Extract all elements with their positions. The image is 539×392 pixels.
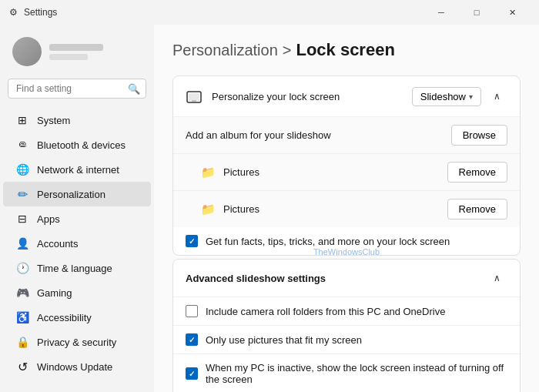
content-area: Personalization > Lock screen Personaliz…: [154, 25, 539, 392]
lock-screen-card: Personalize your lock screen Slideshow ▾…: [172, 75, 521, 256]
sidebar-label-apps: Apps: [37, 213, 60, 225]
apps-icon: ⊟: [15, 212, 29, 226]
fit-screen-label: Only use pictures that fit my screen: [206, 334, 362, 346]
sidebar-label-privacy: Privacy & security: [37, 337, 116, 348]
add-album-row: Add an album for your slideshow Browse: [173, 117, 520, 153]
slideshow-value: Slideshow: [420, 91, 466, 102]
svg-rect-1: [189, 93, 199, 101]
folder-icon-2: 📁: [201, 203, 216, 216]
gaming-icon: 🎮: [15, 286, 29, 300]
show-lock-checkbox[interactable]: [186, 367, 198, 380]
search-container: 🔍: [8, 79, 146, 99]
sidebar-item-time[interactable]: 🕐 Time & language: [3, 256, 151, 280]
add-album-label: Add an album for your slideshow: [186, 129, 451, 141]
privacy-icon: 🔒: [15, 335, 29, 349]
fun-facts-checkbox[interactable]: [186, 235, 198, 247]
titlebar: ⚙ Settings ─ □ ✕: [0, 0, 539, 25]
advanced-card: Advanced slideshow settings ∧ Include ca…: [172, 259, 521, 392]
sidebar-label-system: System: [37, 115, 70, 126]
system-icon: ⊞: [15, 113, 29, 127]
advanced-label: Advanced slideshow settings: [186, 273, 326, 284]
camera-roll-row: Include camera roll folders from this PC…: [173, 297, 520, 325]
personalize-label: Personalize your lock screen: [212, 91, 340, 102]
personalize-row: Personalize your lock screen Slideshow ▾…: [173, 76, 520, 116]
breadcrumb-current: Lock screen: [296, 40, 394, 60]
camera-roll-label: Include camera roll folders from this PC…: [206, 306, 445, 317]
sidebar-label-accessibility: Accessibility: [37, 312, 92, 323]
sidebar-item-update[interactable]: ↺ Windows Update: [3, 354, 151, 379]
slideshow-dropdown[interactable]: Slideshow ▾: [412, 87, 481, 106]
folder-icon-1: 📁: [201, 166, 216, 179]
pictures-row-2: 📁 Pictures Remove: [173, 190, 520, 227]
settings-icon: ⚙: [9, 7, 18, 18]
user-name: [49, 44, 103, 60]
sidebar-item-system[interactable]: ⊞ System: [3, 108, 151, 132]
time-icon: 🕐: [15, 261, 29, 275]
lock-screen-icon: [186, 88, 203, 105]
fun-facts-label: Get fun facts, tips, tricks, and more on…: [206, 236, 450, 247]
slideshow-subsection: Add an album for your slideshow Browse 📁…: [173, 116, 520, 227]
sidebar-label-bluetooth: Bluetooth & devices: [37, 139, 126, 151]
dropdown-chevron: ▾: [469, 92, 473, 101]
fit-screen-row: Only use pictures that fit my screen: [173, 325, 520, 353]
sidebar-item-apps[interactable]: ⊟ Apps: [3, 206, 151, 231]
pictures-label-2: Pictures: [223, 203, 447, 215]
user-profile: [0, 31, 154, 79]
search-input[interactable]: [8, 79, 146, 99]
sidebar-item-gaming[interactable]: 🎮 Gaming: [3, 280, 151, 305]
sidebar-item-personalization[interactable]: ✏ Personalization: [3, 182, 151, 206]
titlebar-controls: ─ □ ✕: [424, 0, 530, 25]
accounts-icon: 👤: [15, 236, 29, 250]
update-icon: ↺: [15, 360, 29, 374]
pictures-label-1: Pictures: [223, 166, 447, 178]
show-lock-label: When my PC is inactive, show the lock sc…: [206, 362, 507, 385]
sidebar-item-accounts[interactable]: 👤 Accounts: [3, 231, 151, 256]
watermark: TheWindowsClub: [313, 247, 380, 256]
browse-button[interactable]: Browse: [451, 125, 507, 146]
expand-button[interactable]: ∧: [486, 85, 507, 107]
remove-button-1[interactable]: Remove: [447, 162, 507, 183]
fit-screen-checkbox[interactable]: [186, 333, 198, 346]
breadcrumb-separator: >: [283, 42, 292, 59]
close-button[interactable]: ✕: [494, 0, 530, 25]
accessibility-icon: ♿: [15, 310, 29, 324]
search-icon: 🔍: [128, 83, 140, 95]
remove-button-2[interactable]: Remove: [447, 199, 507, 219]
avatar: [12, 37, 42, 66]
network-icon: 🌐: [15, 162, 29, 176]
sidebar: 🔍 ⊞ System ᪤ Bluetooth & devices 🌐 Netwo…: [0, 25, 154, 392]
show-lock-row: When my PC is inactive, show the lock sc…: [173, 353, 520, 392]
advanced-expand-button[interactable]: ∧: [486, 267, 507, 289]
pictures-row-1: 📁 Pictures Remove: [173, 153, 520, 190]
camera-roll-checkbox[interactable]: [186, 305, 198, 317]
slideshow-control: Slideshow ▾ ∧: [412, 85, 507, 107]
sidebar-item-accessibility[interactable]: ♿ Accessibility: [3, 305, 151, 330]
sidebar-label-time: Time & language: [37, 263, 112, 274]
breadcrumb: Personalization > Lock screen: [172, 40, 521, 60]
maximize-button[interactable]: □: [459, 0, 494, 25]
sidebar-label-gaming: Gaming: [37, 287, 72, 299]
bluetooth-icon: ᪤: [15, 138, 29, 152]
advanced-header: Advanced slideshow settings ∧: [173, 260, 520, 297]
app-body: 🔍 ⊞ System ᪤ Bluetooth & devices 🌐 Netwo…: [0, 25, 539, 392]
sidebar-label-accounts: Accounts: [37, 238, 78, 250]
sidebar-item-network[interactable]: 🌐 Network & internet: [3, 157, 151, 182]
sidebar-item-bluetooth[interactable]: ᪤ Bluetooth & devices: [3, 132, 151, 157]
titlebar-left: ⚙ Settings: [9, 7, 57, 18]
titlebar-title: Settings: [24, 7, 57, 18]
sidebar-label-update: Windows Update: [37, 361, 112, 373]
personalization-icon: ✏: [15, 187, 29, 201]
sidebar-label-personalization: Personalization: [37, 189, 105, 200]
sidebar-label-network: Network & internet: [37, 164, 119, 176]
fun-facts-row: Get fun facts, tips, tricks, and more on…: [173, 227, 520, 255]
breadcrumb-parent[interactable]: Personalization: [172, 42, 278, 59]
minimize-button[interactable]: ─: [424, 0, 459, 25]
sidebar-item-privacy[interactable]: 🔒 Privacy & security: [3, 330, 151, 354]
